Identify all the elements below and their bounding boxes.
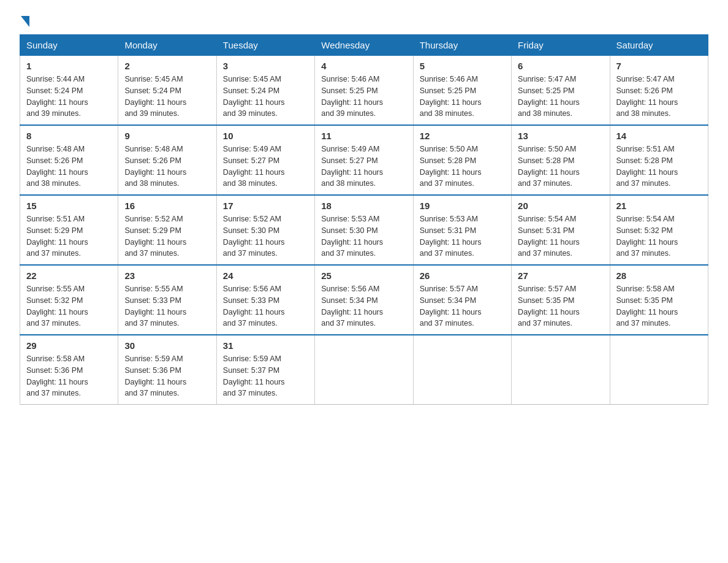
day-number: 12 [420, 131, 505, 141]
day-number: 21 [616, 201, 702, 211]
calendar-day-cell: 1Sunrise: 5:44 AMSunset: 5:24 PMDaylight… [20, 56, 118, 126]
calendar-day-cell [315, 335, 413, 405]
calendar-day-cell: 30Sunrise: 5:59 AMSunset: 5:36 PMDayligh… [118, 335, 216, 405]
calendar-table: SundayMondayTuesdayWednesdayThursdayFrid… [20, 34, 708, 405]
day-number: 30 [124, 340, 210, 351]
day-info: Sunrise: 5:52 AMSunset: 5:29 PMDaylight:… [124, 213, 210, 259]
day-info: Sunrise: 5:57 AMSunset: 5:34 PMDaylight:… [420, 283, 505, 329]
logo [20, 15, 29, 25]
calendar-week-row: 15Sunrise: 5:51 AMSunset: 5:29 PMDayligh… [20, 195, 708, 265]
day-info: Sunrise: 5:52 AMSunset: 5:30 PMDaylight:… [223, 213, 308, 259]
column-header-sunday: Sunday [20, 35, 118, 56]
day-info: Sunrise: 5:56 AMSunset: 5:34 PMDaylight:… [321, 283, 406, 329]
day-info: Sunrise: 5:47 AMSunset: 5:25 PMDaylight:… [518, 74, 603, 120]
calendar-day-cell: 22Sunrise: 5:55 AMSunset: 5:32 PMDayligh… [20, 265, 118, 335]
day-info: Sunrise: 5:44 AMSunset: 5:24 PMDaylight:… [26, 74, 112, 120]
day-number: 7 [616, 61, 702, 71]
day-info: Sunrise: 5:48 AMSunset: 5:26 PMDaylight:… [26, 144, 112, 190]
calendar-day-cell: 15Sunrise: 5:51 AMSunset: 5:29 PMDayligh… [20, 195, 118, 265]
day-info: Sunrise: 5:58 AMSunset: 5:36 PMDaylight:… [26, 353, 112, 399]
calendar-header-row: SundayMondayTuesdayWednesdayThursdayFrid… [20, 35, 708, 56]
logo-arrow-icon [21, 16, 29, 27]
calendar-day-cell: 21Sunrise: 5:54 AMSunset: 5:32 PMDayligh… [610, 195, 708, 265]
calendar-day-cell: 16Sunrise: 5:52 AMSunset: 5:29 PMDayligh… [118, 195, 216, 265]
day-number: 17 [223, 201, 308, 211]
day-info: Sunrise: 5:51 AMSunset: 5:28 PMDaylight:… [616, 144, 702, 190]
calendar-day-cell: 25Sunrise: 5:56 AMSunset: 5:34 PMDayligh… [315, 265, 413, 335]
day-number: 18 [321, 201, 406, 211]
day-number: 13 [518, 131, 603, 141]
calendar-day-cell: 31Sunrise: 5:59 AMSunset: 5:37 PMDayligh… [216, 335, 314, 405]
calendar-week-row: 8Sunrise: 5:48 AMSunset: 5:26 PMDaylight… [20, 125, 708, 195]
calendar-day-cell [610, 335, 708, 405]
calendar-day-cell: 3Sunrise: 5:45 AMSunset: 5:24 PMDaylight… [216, 56, 314, 126]
day-number: 10 [223, 131, 308, 141]
day-number: 26 [420, 270, 505, 281]
day-info: Sunrise: 5:49 AMSunset: 5:27 PMDaylight:… [223, 144, 308, 190]
calendar-day-cell: 20Sunrise: 5:54 AMSunset: 5:31 PMDayligh… [512, 195, 610, 265]
day-number: 1 [26, 61, 112, 71]
day-number: 14 [616, 131, 702, 141]
calendar-week-row: 1Sunrise: 5:44 AMSunset: 5:24 PMDaylight… [20, 56, 708, 126]
calendar-day-cell: 11Sunrise: 5:49 AMSunset: 5:27 PMDayligh… [315, 125, 413, 195]
day-number: 4 [321, 61, 406, 71]
day-info: Sunrise: 5:55 AMSunset: 5:32 PMDaylight:… [26, 283, 112, 329]
calendar-day-cell: 23Sunrise: 5:55 AMSunset: 5:33 PMDayligh… [118, 265, 216, 335]
day-info: Sunrise: 5:45 AMSunset: 5:24 PMDaylight:… [124, 74, 210, 120]
day-info: Sunrise: 5:59 AMSunset: 5:36 PMDaylight:… [124, 353, 210, 399]
calendar-day-cell [413, 335, 511, 405]
calendar-day-cell: 26Sunrise: 5:57 AMSunset: 5:34 PMDayligh… [413, 265, 511, 335]
calendar-day-cell: 2Sunrise: 5:45 AMSunset: 5:24 PMDaylight… [118, 56, 216, 126]
calendar-day-cell [512, 335, 610, 405]
calendar-day-cell: 8Sunrise: 5:48 AMSunset: 5:26 PMDaylight… [20, 125, 118, 195]
day-info: Sunrise: 5:51 AMSunset: 5:29 PMDaylight:… [26, 213, 112, 259]
day-number: 28 [616, 270, 702, 281]
calendar-day-cell: 6Sunrise: 5:47 AMSunset: 5:25 PMDaylight… [512, 56, 610, 126]
day-info: Sunrise: 5:55 AMSunset: 5:33 PMDaylight:… [124, 283, 210, 329]
day-info: Sunrise: 5:47 AMSunset: 5:26 PMDaylight:… [616, 74, 702, 120]
day-info: Sunrise: 5:49 AMSunset: 5:27 PMDaylight:… [321, 144, 406, 190]
calendar-day-cell: 4Sunrise: 5:46 AMSunset: 5:25 PMDaylight… [315, 56, 413, 126]
calendar-week-row: 29Sunrise: 5:58 AMSunset: 5:36 PMDayligh… [20, 335, 708, 405]
day-info: Sunrise: 5:50 AMSunset: 5:28 PMDaylight:… [518, 144, 603, 190]
day-number: 31 [223, 340, 308, 351]
day-info: Sunrise: 5:56 AMSunset: 5:33 PMDaylight:… [223, 283, 308, 329]
calendar-day-cell: 13Sunrise: 5:50 AMSunset: 5:28 PMDayligh… [512, 125, 610, 195]
column-header-tuesday: Tuesday [216, 35, 314, 56]
calendar-day-cell: 17Sunrise: 5:52 AMSunset: 5:30 PMDayligh… [216, 195, 314, 265]
day-number: 9 [124, 131, 210, 141]
calendar-week-row: 22Sunrise: 5:55 AMSunset: 5:32 PMDayligh… [20, 265, 708, 335]
day-number: 16 [124, 201, 210, 211]
calendar-day-cell: 19Sunrise: 5:53 AMSunset: 5:31 PMDayligh… [413, 195, 511, 265]
day-info: Sunrise: 5:57 AMSunset: 5:35 PMDaylight:… [518, 283, 603, 329]
day-number: 20 [518, 201, 603, 211]
calendar-day-cell: 29Sunrise: 5:58 AMSunset: 5:36 PMDayligh… [20, 335, 118, 405]
day-info: Sunrise: 5:46 AMSunset: 5:25 PMDaylight:… [321, 74, 406, 120]
calendar-day-cell: 12Sunrise: 5:50 AMSunset: 5:28 PMDayligh… [413, 125, 511, 195]
calendar-day-cell: 10Sunrise: 5:49 AMSunset: 5:27 PMDayligh… [216, 125, 314, 195]
calendar-day-cell: 27Sunrise: 5:57 AMSunset: 5:35 PMDayligh… [512, 265, 610, 335]
column-header-wednesday: Wednesday [315, 35, 413, 56]
day-number: 27 [518, 270, 603, 281]
day-number: 15 [26, 201, 112, 211]
calendar-day-cell: 5Sunrise: 5:46 AMSunset: 5:25 PMDaylight… [413, 56, 511, 126]
page-header [20, 15, 708, 25]
calendar-day-cell: 7Sunrise: 5:47 AMSunset: 5:26 PMDaylight… [610, 56, 708, 126]
day-number: 3 [223, 61, 308, 71]
column-header-friday: Friday [512, 35, 610, 56]
day-number: 8 [26, 131, 112, 141]
day-info: Sunrise: 5:59 AMSunset: 5:37 PMDaylight:… [223, 353, 308, 399]
day-number: 25 [321, 270, 406, 281]
day-info: Sunrise: 5:53 AMSunset: 5:31 PMDaylight:… [420, 213, 505, 259]
day-info: Sunrise: 5:46 AMSunset: 5:25 PMDaylight:… [420, 74, 505, 120]
day-number: 22 [26, 270, 112, 281]
day-number: 24 [223, 270, 308, 281]
day-info: Sunrise: 5:58 AMSunset: 5:35 PMDaylight:… [616, 283, 702, 329]
day-info: Sunrise: 5:54 AMSunset: 5:32 PMDaylight:… [616, 213, 702, 259]
day-info: Sunrise: 5:50 AMSunset: 5:28 PMDaylight:… [420, 144, 505, 190]
calendar-day-cell: 18Sunrise: 5:53 AMSunset: 5:30 PMDayligh… [315, 195, 413, 265]
day-number: 11 [321, 131, 406, 141]
day-number: 19 [420, 201, 505, 211]
column-header-thursday: Thursday [413, 35, 511, 56]
calendar-day-cell: 28Sunrise: 5:58 AMSunset: 5:35 PMDayligh… [610, 265, 708, 335]
